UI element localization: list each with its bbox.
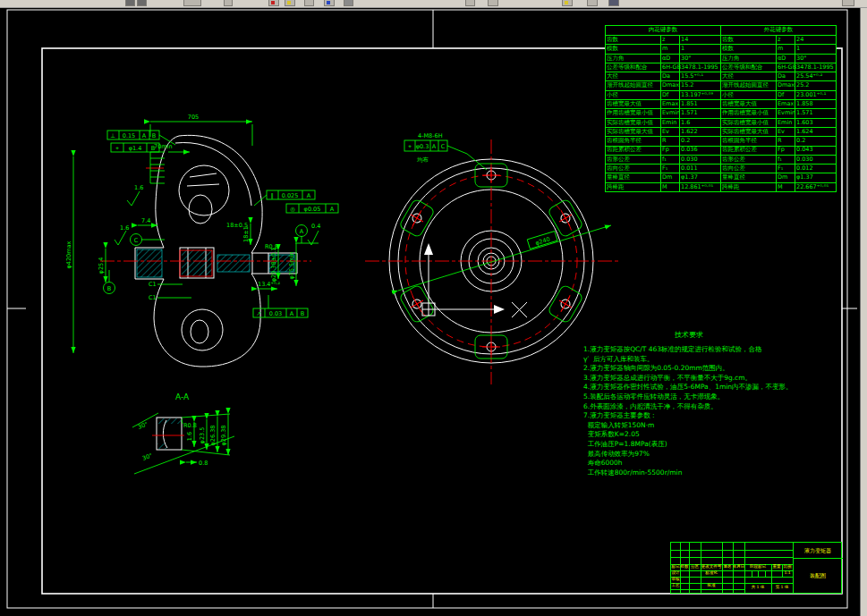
note-line: 4.液力变矩器作密封性试验，油压5-6MPa、1min内不渗漏，不变形。: [583, 383, 798, 392]
dim-75-5: φ75.5min: [288, 251, 295, 279]
tb-check: 审核: [671, 577, 680, 583]
roughness-2: 1.6: [120, 224, 129, 232]
toolbar-icon[interactable]: [465, 0, 475, 6]
gdt-frame-2: ⌖ φ1.4 B: [111, 143, 159, 152]
param-value-left: 1.6: [680, 118, 721, 127]
param-name: 渐开线起始圆直径: [606, 81, 661, 90]
param-value-right: φ1.37: [795, 173, 837, 182]
toolbar-icon[interactable]: [304, 0, 314, 6]
param-value-right: 1.624: [795, 127, 837, 136]
param-symbol: Df: [661, 90, 680, 99]
param-symbol: z: [777, 36, 795, 45]
param-name: 大径: [721, 72, 777, 81]
param-value-left: 1.571: [680, 109, 721, 118]
tb-doc-title: 装配图: [793, 558, 843, 593]
toolbar-icon[interactable]: [224, 0, 233, 6]
table-row: 齿形公差 f₁ 0.030 齿形公差 f₁ 0.030: [606, 155, 837, 164]
datum-b-label: B: [107, 285, 111, 292]
param-name: 作用齿槽宽最小值: [721, 109, 777, 118]
param-symbol: f₁: [661, 155, 680, 164]
toolbar-icon[interactable]: [268, 0, 279, 6]
param-value-left: 15.5⁺⁰·¹: [680, 72, 721, 81]
tb-doc-number: 液力变矩器: [793, 543, 843, 558]
param-value-left: 1.851: [680, 100, 721, 109]
param-symbol: Dmax: [777, 81, 795, 90]
gdt3-datum1: A: [307, 192, 311, 199]
tb-standard: 标准化: [701, 570, 722, 577]
aa-angle-1: 30°: [137, 420, 149, 430]
torus-circle: [179, 165, 229, 215]
aa-d235: φ23.5: [199, 427, 206, 444]
dim-13-4: 13.4⁺⁰·²: [258, 281, 281, 288]
gdt4-tol: φ0.05: [304, 206, 321, 213]
param-name: 实际齿槽宽最大值: [721, 127, 777, 136]
table-row: 齿槽宽最大值 Emax 1.851 齿槽宽最大值 Emax 1.858: [606, 100, 837, 109]
toolbar-icon[interactable]: [344, 0, 353, 6]
toolbar-icon[interactable]: [608, 0, 619, 6]
toolbar-icon[interactable]: [125, 0, 135, 6]
section-view: 705 70min φ420max: [65, 114, 338, 367]
toolbar-icon[interactable]: [842, 0, 854, 6]
toolbar-icon[interactable]: [324, 0, 335, 6]
toolbar-icon[interactable]: [488, 0, 498, 6]
param-name: 模数: [721, 45, 777, 54]
toolbar-icon[interactable]: [587, 0, 598, 6]
tb-change-sign: 签名: [722, 564, 733, 570]
param-symbol: Ev: [661, 127, 680, 136]
aa-d2638: φ26.38: [209, 426, 217, 446]
lower-lobe-core: [191, 320, 208, 343]
param-symbol: Emin: [777, 118, 795, 127]
tb-change-doc: 更改文件号: [701, 564, 722, 570]
gdt-frame-3: ∥ 0.025 A: [267, 190, 315, 199]
param-name: 齿形公差: [606, 155, 661, 164]
spacing-note: 均布: [416, 156, 429, 164]
param-value-left: 0.036: [680, 146, 721, 155]
table-row: 齿数 z 14 齿数 z 24: [606, 36, 837, 45]
datum-c-label: C: [134, 237, 139, 244]
note-line: γ′ 后方可入库和装车。: [583, 355, 798, 365]
datum-a-label: A: [300, 228, 304, 235]
toolbar-icon[interactable]: [285, 0, 295, 6]
param-symbol: M: [777, 182, 795, 191]
param-symbol: Da: [661, 72, 680, 81]
note-line: 3.液力变矩器总成进行动平衡，不平衡量不大于9g.cm。: [583, 374, 798, 384]
aa-section-label: A-A: [175, 392, 190, 401]
table-title-right: 外花键参数: [721, 26, 837, 36]
param-name: 公差等级和配合: [721, 63, 777, 72]
param-symbol: αD: [661, 54, 680, 63]
param-name: 实际齿槽宽最小值: [606, 118, 661, 127]
shaft-hatch-1: [217, 255, 250, 272]
thread-callout: 4-M8-6H ⌖ φ0.3 A C 均布: [404, 132, 487, 170]
cad-application-window: 705 70min φ420max: [0, 0, 867, 616]
param-name: 实际齿槽宽最小值: [721, 118, 777, 127]
param-value-left: 14: [680, 36, 721, 45]
param-name: 渐开线起始圆直径: [721, 81, 777, 90]
tb-scale-label: 比例: [782, 564, 793, 570]
gdt3-tol: 0.025: [282, 192, 299, 199]
param-symbol: Emax: [661, 100, 680, 109]
param-name: 压力角: [721, 54, 777, 63]
param-value-right: 0.2: [795, 137, 837, 146]
toolbar-icon[interactable]: [183, 0, 201, 6]
param-name: 实际齿槽宽最大值: [606, 127, 661, 136]
param-name: 齿槽宽最大值: [606, 100, 661, 109]
gdt-frame-4: ◎ φ0.05 A: [286, 204, 338, 213]
param-symbol: M: [661, 182, 680, 191]
tb-weight-label: 重量: [771, 564, 782, 570]
toolbar-icon[interactable]: [137, 0, 147, 6]
param-value-right: 1.571: [795, 109, 837, 118]
param-name: 跨棒距: [721, 182, 777, 191]
param-name: 模数: [606, 45, 661, 54]
scrollbar[interactable]: [860, 0, 867, 616]
param-name: 小径: [606, 90, 661, 99]
torus-core: [189, 195, 212, 224]
aa-hatch-top: [157, 418, 181, 424]
toolbar-icon[interactable]: [562, 0, 573, 6]
tb-design: 设计: [671, 570, 680, 577]
param-symbol: Fp: [777, 146, 795, 155]
table-row: 实际齿槽宽最大值 Ev 1.622 实际齿槽宽最大值 Ev 1.624: [606, 127, 837, 136]
tb-approve: 批准: [701, 583, 722, 589]
param-symbol: Fp: [661, 146, 680, 155]
param-name: 跨棒距: [606, 182, 661, 191]
pos-frame-datum2: C: [441, 143, 446, 150]
